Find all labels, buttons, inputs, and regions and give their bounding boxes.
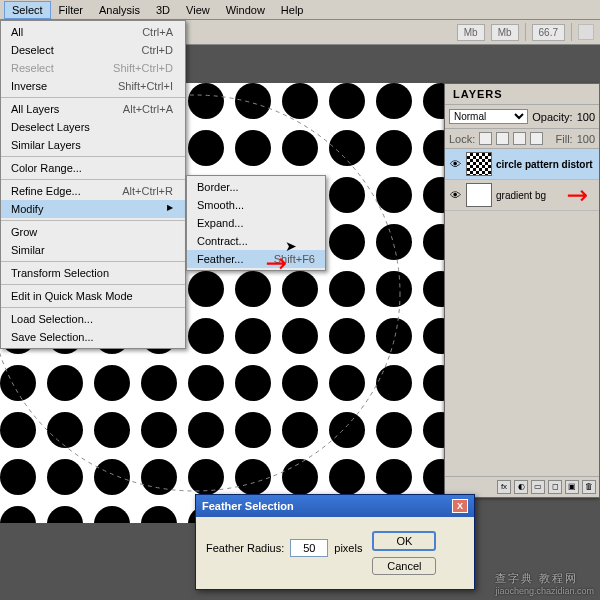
layers-footer-icon-1[interactable]: ◐ [514,480,528,494]
svg-point-62 [47,365,83,401]
svg-point-89 [376,459,412,495]
svg-point-87 [282,459,318,495]
layers-footer-icon-5[interactable]: 🗑 [582,480,596,494]
menu-item-all[interactable]: AllCtrl+A [1,23,185,41]
mb-box2[interactable]: Mb [491,24,519,41]
unit-label: pixels [334,542,362,554]
svg-point-9 [376,83,412,119]
svg-point-58 [329,318,365,354]
menubar-item-help[interactable]: Help [273,1,312,19]
ok-button[interactable]: OK [372,531,436,551]
lock-position-icon[interactable] [513,132,526,145]
svg-point-6 [235,83,271,119]
menu-item-refine-edge[interactable]: Refine Edge...Alt+Ctrl+R [1,182,185,200]
menu-item-deselect[interactable]: DeselectCtrl+D [1,41,185,59]
svg-point-16 [235,130,271,166]
svg-point-71 [0,412,36,448]
menubar-item-3d[interactable]: 3D [148,1,178,19]
close-icon[interactable]: X [452,499,468,513]
submenu-item-contract[interactable]: Contract... [187,232,325,250]
menubar-item-view[interactable]: View [178,1,218,19]
lock-all-icon[interactable] [530,132,543,145]
layers-tab[interactable]: LAYERS [445,84,599,105]
submenu-item-border[interactable]: Border... [187,178,325,196]
svg-point-49 [376,271,412,307]
svg-point-82 [47,459,83,495]
menu-item-transform-selection[interactable]: Transform Selection [1,264,185,282]
opacity-value[interactable]: 100 [577,111,595,123]
menubar-item-filter[interactable]: Filter [51,1,91,19]
dialog-titlebar[interactable]: Feather Selection X [196,495,474,517]
svg-point-75 [188,412,224,448]
screen-mode-icon[interactable] [578,24,594,40]
lock-pixels-icon[interactable] [496,132,509,145]
menu-item-edit-in-quick-mask-mode[interactable]: Edit in Quick Mask Mode [1,287,185,305]
svg-point-15 [188,130,224,166]
feather-radius-label: Feather Radius: [206,542,284,554]
layer-row[interactable]: 👁circle pattern distort [445,149,599,180]
visibility-icon[interactable]: 👁 [448,158,462,170]
lock-transparent-icon[interactable] [479,132,492,145]
svg-point-78 [329,412,365,448]
menubar-item-select[interactable]: Select [4,1,51,19]
layers-footer-icon-3[interactable]: ◻ [548,480,562,494]
layers-footer-icon-0[interactable]: fx [497,480,511,494]
feather-selection-dialog: Feather Selection X Feather Radius: pixe… [195,494,475,590]
svg-point-86 [235,459,271,495]
svg-point-45 [188,271,224,307]
menu-item-load-selection[interactable]: Load Selection... [1,310,185,328]
menu-item-reselect: ReselectShift+Ctrl+D [1,59,185,77]
svg-point-28 [329,177,365,213]
fill-label: Fill: [556,133,573,145]
svg-point-64 [141,365,177,401]
svg-point-57 [282,318,318,354]
menubar-item-analysis[interactable]: Analysis [91,1,148,19]
menu-separator [1,307,185,308]
svg-point-72 [47,412,83,448]
svg-point-29 [376,177,412,213]
menu-item-deselect-layers[interactable]: Deselect Layers [1,118,185,136]
layer-thumbnail[interactable] [466,183,492,207]
svg-point-59 [376,318,412,354]
menu-item-similar[interactable]: Similar [1,241,185,259]
layers-panel: LAYERS Normal Opacity: 100 Lock: Fill: 1… [444,83,600,498]
svg-point-85 [188,459,224,495]
submenu-item-expand[interactable]: Expand... [187,214,325,232]
submenu-item-smooth[interactable]: Smooth... [187,196,325,214]
menu-item-color-range[interactable]: Color Range... [1,159,185,177]
svg-point-19 [376,130,412,166]
layers-footer-icon-4[interactable]: ▣ [565,480,579,494]
svg-point-66 [235,365,271,401]
blend-mode-select[interactable]: Normal [449,109,528,124]
zoom-value[interactable]: 66.7 [532,24,565,41]
layer-name[interactable]: circle pattern distort [496,159,596,170]
svg-point-18 [329,130,365,166]
svg-point-8 [329,83,365,119]
menu-separator [1,179,185,180]
menu-item-inverse[interactable]: InverseShift+Ctrl+I [1,77,185,95]
menu-item-grow[interactable]: Grow [1,223,185,241]
svg-point-61 [0,365,36,401]
submenu-item-feather[interactable]: Feather...Shift+F6 [187,250,325,268]
svg-point-68 [329,365,365,401]
feather-radius-input[interactable] [290,539,328,557]
menu-separator [1,156,185,157]
layers-footer-icon-2[interactable]: ▭ [531,480,545,494]
mb-box[interactable]: Mb [457,24,485,41]
cancel-button[interactable]: Cancel [372,557,436,575]
menubar: SelectFilterAnalysis3DViewWindowHelp [0,0,600,20]
svg-point-47 [282,271,318,307]
fill-value[interactable]: 100 [577,133,595,145]
menubar-item-window[interactable]: Window [218,1,273,19]
visibility-icon[interactable]: 👁 [448,189,462,201]
opacity-label: Opacity: [532,111,572,123]
menu-item-similar-layers[interactable]: Similar Layers [1,136,185,154]
lock-row: Lock: Fill: 100 [445,129,599,149]
menu-separator [1,220,185,221]
svg-point-81 [0,459,36,495]
menu-item-save-selection[interactable]: Save Selection... [1,328,185,346]
menu-item-modify[interactable]: Modify [1,200,185,218]
svg-point-65 [188,365,224,401]
menu-item-all-layers[interactable]: All LayersAlt+Ctrl+A [1,100,185,118]
layer-thumbnail[interactable] [466,152,492,176]
